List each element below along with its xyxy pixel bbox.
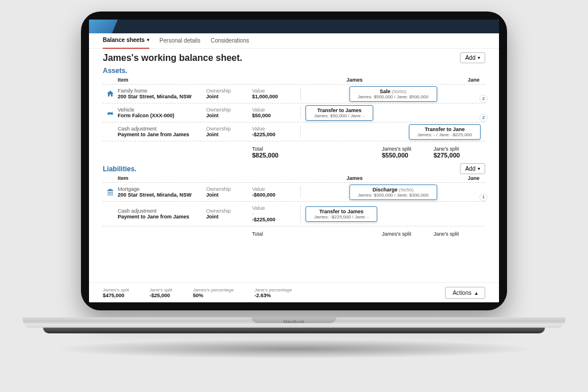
summary-jane-split: Jane's split -$25,000 <box>150 287 172 298</box>
col-james: James <box>313 175 396 181</box>
tab-label: Balance sheets <box>103 33 145 48</box>
chevron-down-icon: ▾ <box>478 55 480 60</box>
col-jane: Jane <box>396 77 485 83</box>
bank-icon <box>103 188 118 196</box>
action-card-transfer-james[interactable]: Transfer to James James: -$225,000 / Jan… <box>305 206 377 222</box>
tab-balance-sheets[interactable]: Balance sheets ▾ <box>103 33 149 49</box>
add-liability-button[interactable]: Add ▾ <box>460 163 485 174</box>
action-card-discharge[interactable]: Discharge (50/50) James: $300,000 / Jane… <box>349 185 437 200</box>
column-headers: Item James Jane <box>103 174 485 182</box>
app-header <box>89 20 499 33</box>
summary-james-split: James's split $475,000 <box>103 287 129 298</box>
asset-row: Family home 200 Star Street, Miranda, NS… <box>103 84 485 103</box>
tabs: Balance sheets ▾ Personal details Consid… <box>89 33 499 49</box>
actions-button[interactable]: Actions ▴ <box>445 287 485 299</box>
row-badge[interactable]: 2 <box>479 114 488 122</box>
section-label-liabilities: Liabilities. <box>103 165 137 173</box>
chevron-down-icon: ▾ <box>147 33 149 48</box>
home-icon <box>103 90 118 98</box>
col-james: James <box>313 77 396 83</box>
col-item: Item <box>103 175 221 181</box>
assets-totals: Total $825,000 James's split $550,000 Ja… <box>103 141 485 162</box>
action-card-sale[interactable]: Sale (50/50) James: $500,000 / Jane: $50… <box>349 86 437 102</box>
page-title: James's working balance sheet. <box>103 53 242 63</box>
liabilities-totals: Total James's split Jane's split <box>103 226 485 240</box>
item: Cash adjustment Payment to Jane from Jam… <box>118 208 206 220</box>
add-label: Add <box>465 166 475 172</box>
screen: Balance sheets ▾ Personal details Consid… <box>89 20 499 302</box>
laptop-frame: Balance sheets ▾ Personal details Consid… <box>81 11 507 310</box>
tab-label: Personal details <box>160 33 200 48</box>
col-jane: Jane <box>396 175 485 181</box>
add-label: Add <box>465 55 475 61</box>
assets-section: Assets. Item James Jane Family home 200 … <box>89 66 499 162</box>
summary-jane-pct: Jane's percentage -2.63% <box>254 287 292 298</box>
asset-row: Cash adjustment Payment to Jane from Jam… <box>103 122 485 141</box>
liability-row: Cash adjustment Payment to Jane from Jam… <box>103 201 485 226</box>
item: Family home 200 Star Street, Miranda, NS… <box>118 88 206 99</box>
car-icon <box>103 109 118 117</box>
laptop-base: MacBook <box>22 317 566 336</box>
tab-considerations[interactable]: Considerations <box>211 33 249 48</box>
item: Mortgage 200 Star Street, Miranda, NSW <box>118 186 206 198</box>
row-badge[interactable]: 1 <box>479 193 488 201</box>
action-card-transfer-james[interactable]: Transfer to James James: $50,000 / Jane:… <box>305 105 373 121</box>
tab-personal-details[interactable]: Personal details <box>160 33 200 48</box>
col-item: Item <box>103 77 221 83</box>
section-label-assets: Assets. <box>103 67 485 75</box>
chevron-down-icon: ▾ <box>478 166 480 171</box>
add-asset-button[interactable]: Add ▾ <box>460 52 485 63</box>
liability-row: Mortgage 200 Star Street, Miranda, NSW O… <box>103 182 485 201</box>
summary-bar: James's split $475,000 Jane's split -$25… <box>89 282 499 302</box>
chevron-up-icon: ▴ <box>475 290 478 296</box>
item: Cash adjustment Payment to Jane from Jam… <box>118 126 206 137</box>
summary-james-pct: James's percentage 50% <box>193 287 234 298</box>
item: Vehicle Form Falcon (XXX-000) <box>118 107 206 118</box>
liabilities-section: Liabilities. Add ▾ Item James Jane <box>89 162 499 240</box>
tab-label: Considerations <box>211 33 249 48</box>
row-badge[interactable]: 2 <box>479 95 488 103</box>
asset-row: Vehicle Form Falcon (XXX-000) Ownership … <box>103 103 485 122</box>
laptop-brand: MacBook <box>22 319 566 324</box>
page-header: James's working balance sheet. Add ▾ <box>89 49 499 66</box>
shadow <box>52 339 536 359</box>
action-card-transfer-jane[interactable]: Transfer to Jane James: - / Jane: -$225,… <box>409 124 481 140</box>
column-headers: Item James Jane <box>103 76 485 84</box>
